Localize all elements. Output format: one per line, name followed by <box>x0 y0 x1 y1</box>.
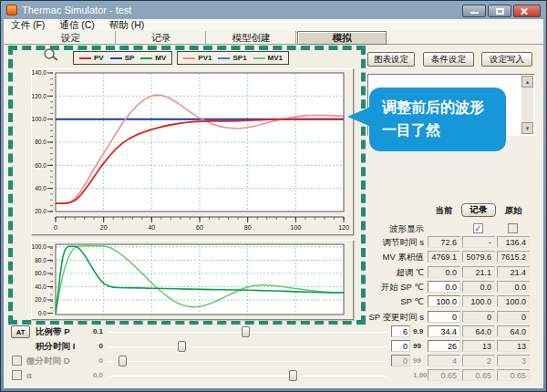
start-sp-original: 0.0 <box>497 281 530 293</box>
p-current-input[interactable] <box>428 325 460 337</box>
row-label: MV 累积值 <box>356 251 424 263</box>
svg-text:100.0: 100.0 <box>32 116 46 122</box>
condition-settings-button[interactable]: 条件设定 <box>423 52 474 67</box>
mv-integral-record: 5079.6 <box>462 251 495 263</box>
title-bar: Thermac Simulator - test <box>1 1 546 19</box>
waveform-record-checkbox[interactable]: ✓ <box>473 223 483 233</box>
sp-change-time-record: 0 <box>462 311 495 323</box>
p-original-value: 64.0 <box>497 325 530 337</box>
legend-recorded: PV1 SP1 MV1 <box>177 51 289 65</box>
d-current-value: 4 <box>428 355 460 366</box>
slider-label-d: 微分时间 D <box>26 355 70 367</box>
tab-simulation[interactable]: 模拟 <box>297 31 387 45</box>
scroll-down-icon[interactable]: ▼ <box>521 122 533 134</box>
callout-bubble: 调整前后的波形一目了然 <box>369 88 506 151</box>
minimize-icon <box>470 12 479 14</box>
slider-min-p: 0.1 <box>81 325 103 338</box>
temperature-chart-plot: 20.040.060.080.0100.0120.0140.0020406080… <box>32 69 353 234</box>
chart-legends: PV SP MV PV1 SP1 MV1 <box>73 51 289 65</box>
slider-row-proportional-band: AT 比例带 P 0.1 9.9 64.0 64.0 <box>1 325 547 339</box>
menu-bar: 文件 (F) 通信 (C) 帮助 (H) <box>4 19 543 31</box>
row-label: 超调 ℃ <box>356 266 424 279</box>
alpha-original-value: 0.65 <box>497 369 530 381</box>
row-label: 波形显示 <box>356 222 424 235</box>
maximize-icon <box>496 8 504 15</box>
table-row-waveform-display: 波形显示 ✓ <box>1 222 547 235</box>
i-record-value: 13 <box>462 340 495 352</box>
i-original-value: 13 <box>497 340 530 352</box>
sp-line-swatch <box>110 57 122 59</box>
waveform-original-checkbox[interactable] <box>508 223 518 233</box>
svg-text:140.0: 140.0 <box>32 69 46 76</box>
alpha-slider-thumb[interactable] <box>289 370 297 381</box>
row-label: 调节时间 s <box>356 236 424 249</box>
slider-label-i: 积分时间 I <box>36 340 75 353</box>
tab-model-creation[interactable]: 模型创建 <box>207 31 296 45</box>
p-slider[interactable] <box>108 325 387 338</box>
sp-current-input[interactable] <box>428 295 460 307</box>
zoom-magnifier-icon[interactable] <box>43 46 59 63</box>
svg-text:60.0: 60.0 <box>35 162 46 169</box>
row-label: SP ℃ <box>356 295 424 308</box>
sp-change-time-current-input[interactable] <box>428 311 460 323</box>
settling-time-record: - <box>462 236 495 248</box>
menu-communication[interactable]: 通信 (C) <box>59 19 95 32</box>
start-sp-record: 0.0 <box>462 281 495 293</box>
sp1-line-swatch <box>218 57 230 59</box>
i-current-input[interactable] <box>428 340 460 352</box>
table-row-sp-change-time: SP 变更时间 s 0 0 <box>1 311 547 324</box>
app-icon <box>6 5 17 15</box>
p-digit-box[interactable] <box>391 325 410 337</box>
d-enable-checkbox[interactable] <box>12 356 22 366</box>
overshoot-original: 21.4 <box>497 266 530 278</box>
callout-tail <box>347 107 371 127</box>
slider-row-integral-time: 积分时间 I 0 99 13 13 <box>1 340 547 354</box>
alpha-enable-checkbox[interactable] <box>12 370 22 380</box>
svg-text:20.0: 20.0 <box>35 208 46 214</box>
table-row-settling-time: 调节时间 s 72.6 - 136.4 <box>1 236 547 249</box>
scroll-up-icon[interactable]: ▲ <box>521 76 533 88</box>
menu-help[interactable]: 帮助 (H) <box>109 19 145 32</box>
sp-change-time-original: 0 <box>497 311 530 323</box>
window-title: Thermac Simulator - test <box>22 5 131 15</box>
p-slider-thumb[interactable] <box>242 326 250 337</box>
sp-record: 100.0 <box>462 295 495 307</box>
slider-label-p: 比例带 P <box>36 325 69 338</box>
i-digit-box[interactable] <box>391 340 410 352</box>
i-slider-thumb[interactable] <box>178 341 186 352</box>
minimize-button[interactable] <box>462 5 486 17</box>
start-sp-current-input[interactable] <box>428 281 460 293</box>
alpha-record-value: 0.65 <box>462 369 495 381</box>
menu-file[interactable]: 文件 (F) <box>11 19 45 32</box>
column-header-current: 当前 <box>428 205 460 217</box>
sp-original: 100.0 <box>497 295 530 307</box>
d-record-value: 2 <box>462 355 495 366</box>
slider-label-alpha: α <box>26 369 32 382</box>
pv-line-swatch <box>79 57 91 59</box>
table-row-mv-integral: MV 累积值 4769.1 5079.6 7615.2 <box>1 251 547 263</box>
at-autotune-button[interactable]: AT <box>11 325 30 338</box>
close-button[interactable] <box>513 5 541 17</box>
write-settings-button[interactable]: 设定写入 <box>481 52 532 67</box>
d-slider-thumb[interactable] <box>119 356 127 366</box>
slider-row-alpha: α 0.0 1.00 0.65 0.65 0.65 <box>1 369 547 383</box>
table-row-start-sp: 开始 SP ℃ 0.0 0.0 <box>1 281 547 294</box>
settling-time-current: 72.6 <box>428 236 460 248</box>
d-digit-box[interactable] <box>391 355 410 366</box>
tab-record[interactable]: 记录 <box>117 31 206 45</box>
chart-settings-button[interactable]: 图表设定 <box>367 52 415 67</box>
temperature-chart: 20.040.060.080.0100.0120.0140.0020406080… <box>31 68 354 235</box>
mv-integral-original: 7615.2 <box>497 251 530 263</box>
d-slider[interactable] <box>108 355 387 367</box>
alpha-current-value: 0.65 <box>428 369 460 381</box>
list-scrollbar[interactable]: ▲ ▼ <box>521 76 533 134</box>
legend-current: PV SP MV <box>73 51 172 65</box>
svg-text:80.0: 80.0 <box>35 139 46 145</box>
app-window: Thermac Simulator - test 文件 (F) 通信 (C) 帮… <box>0 0 547 392</box>
slider-min-i: 0 <box>81 340 103 353</box>
maximize-button[interactable] <box>488 5 511 17</box>
alpha-slider[interactable] <box>108 369 387 382</box>
record-column-button[interactable]: 记录 <box>461 203 496 217</box>
i-slider[interactable] <box>108 340 387 353</box>
tab-settings[interactable]: 设定 <box>26 31 116 45</box>
